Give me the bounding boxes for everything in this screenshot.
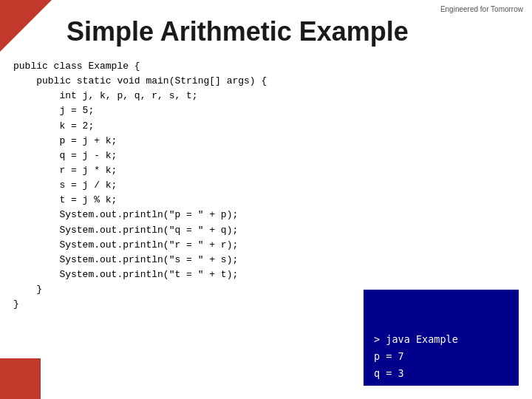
bottom-left-decoration [0, 358, 41, 399]
output-console: > java Example p = 7 q = 3 r = 10 s = 2 … [364, 290, 519, 386]
slide-title: Simple Arithmetic Example [66, 16, 409, 47]
brand-text: Engineered for Tomorrow [440, 5, 523, 13]
output-text: > java Example p = 7 q = 3 r = 10 s = 2 … [374, 331, 508, 399]
top-bar: Engineered for Tomorrow [0, 0, 532, 18]
triangle-decoration [0, 0, 52, 52]
code-block: public class Example { public static voi… [13, 59, 519, 312]
